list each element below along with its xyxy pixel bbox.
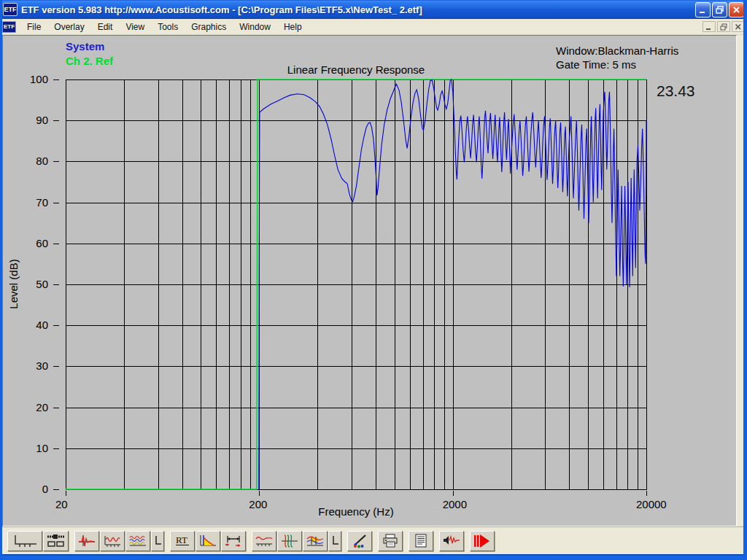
- impulse-response-icon: [77, 534, 96, 548]
- gate-time-button[interactable]: [221, 531, 246, 551]
- y-axis-label: Level (dB): [7, 175, 20, 394]
- window-bottom-frame: [0, 554, 747, 560]
- close-button[interactable]: [729, 2, 744, 18]
- phase-button[interactable]: [277, 531, 302, 551]
- x-tick-label: 2000: [443, 498, 487, 510]
- smoothed-response-button[interactable]: [252, 531, 276, 551]
- y-tick-label: 80: [36, 155, 48, 167]
- colors-icon: [350, 534, 369, 548]
- overlay-responses-icon: [128, 534, 147, 548]
- print-button[interactable]: [378, 531, 403, 551]
- mdi-minimize-icon: [705, 23, 713, 31]
- energy-decay-icon: [198, 534, 217, 548]
- y-tick-label: 30: [36, 359, 48, 372]
- notes-button[interactable]: [409, 531, 433, 551]
- smoothed-response-icon: [255, 534, 274, 548]
- x-tick-label: 200: [249, 498, 293, 510]
- window-right-frame: [743, 0, 747, 560]
- axes-button[interactable]: [7, 531, 42, 551]
- restore-icon: [716, 6, 724, 14]
- measure-button[interactable]: [439, 531, 464, 551]
- toolbar: RT: [2, 526, 743, 554]
- marker-a-button[interactable]: [151, 531, 164, 551]
- y-tick-label: 40: [36, 319, 48, 331]
- menu-item-view[interactable]: View: [119, 20, 151, 34]
- print-icon: [381, 534, 400, 548]
- menu-item-help[interactable]: Help: [277, 20, 309, 34]
- mdi-minimize-button[interactable]: [703, 21, 716, 32]
- minimize-icon: [699, 6, 707, 14]
- marker-a-icon: [152, 534, 163, 548]
- close-icon: [732, 6, 740, 14]
- cursor-readout: 23.43: [657, 82, 695, 100]
- gate-time-icon: [224, 534, 243, 548]
- document-icon[interactable]: ETF: [2, 21, 16, 33]
- mdi-restore-button[interactable]: [717, 21, 730, 32]
- colors-button[interactable]: [347, 531, 372, 551]
- app-window: ETF ETF version 5.983 http://www.Acousti…: [0, 0, 747, 560]
- y-tick-label: 60: [36, 237, 48, 249]
- waterfall-icon: [306, 534, 325, 548]
- minimize-button[interactable]: [695, 2, 711, 18]
- y-tick-label: 100: [30, 73, 48, 85]
- menu-item-window[interactable]: Window: [233, 20, 277, 34]
- measure-icon: [442, 534, 461, 548]
- chart-panel: System Ch 2. Ref Window:Blackman-Harris …: [2, 35, 737, 526]
- mdi-close-icon: [735, 23, 742, 31]
- run-icon: [473, 534, 492, 548]
- window-function-label: Window:Blackman-Harris: [556, 44, 678, 58]
- title-bar[interactable]: ETF ETF version 5.983 http://www.Acousti…: [0, 0, 747, 19]
- y-tick-label: 10: [36, 442, 48, 454]
- rt60-icon: RT: [173, 534, 192, 548]
- marker-b-button[interactable]: [328, 531, 341, 551]
- frequency-response-button[interactable]: [100, 531, 125, 551]
- plot-area[interactable]: [3, 36, 736, 526]
- axes-icon: [11, 534, 39, 548]
- tile-windows-icon: [46, 534, 66, 548]
- svg-text:RT: RT: [176, 534, 187, 545]
- x-axis-label: Frequency (Hz): [66, 505, 646, 518]
- app-icon[interactable]: ETF: [3, 3, 18, 16]
- x-tick-label: 20000: [636, 498, 680, 510]
- marker-b-icon: [330, 534, 340, 548]
- notes-icon: [411, 534, 430, 548]
- mdi-restore-icon: [720, 23, 727, 31]
- waterfall-button[interactable]: [303, 531, 328, 551]
- overlay-responses-button[interactable]: [125, 531, 150, 551]
- tile-windows-button[interactable]: [43, 531, 69, 551]
- y-tick-label: 70: [36, 196, 48, 209]
- menu-bar: ETF FileOverlayEditViewToolsGraphicsWind…: [0, 19, 747, 35]
- phase-icon: [280, 534, 299, 548]
- window-title: ETF version 5.983 http://www.Acoustisoft…: [21, 4, 695, 15]
- energy-decay-button[interactable]: [196, 531, 220, 551]
- y-tick-label: 0: [42, 483, 48, 495]
- window-left-frame: [0, 0, 2, 560]
- y-tick-label: 90: [36, 114, 48, 126]
- x-tick-label: 20: [55, 498, 99, 510]
- legend-item-system: System: [66, 39, 113, 54]
- client-area: System Ch 2. Ref Window:Blackman-Harris …: [2, 35, 743, 526]
- menu-item-tools[interactable]: Tools: [151, 20, 185, 34]
- y-tick-label: 20: [36, 401, 48, 413]
- menu-item-graphics[interactable]: Graphics: [185, 20, 233, 34]
- restore-button[interactable]: [712, 2, 727, 18]
- y-tick-label: 50: [36, 278, 48, 290]
- run-button[interactable]: [470, 531, 495, 551]
- frequency-response-icon: [103, 534, 122, 548]
- rt60-button[interactable]: RT: [170, 531, 195, 551]
- menu-item-overlay[interactable]: Overlay: [47, 20, 90, 34]
- menu-item-file[interactable]: File: [20, 20, 47, 34]
- plot-title: Linear Frequency Response: [66, 63, 646, 76]
- impulse-response-button[interactable]: [74, 531, 99, 551]
- menu-item-edit[interactable]: Edit: [91, 20, 120, 34]
